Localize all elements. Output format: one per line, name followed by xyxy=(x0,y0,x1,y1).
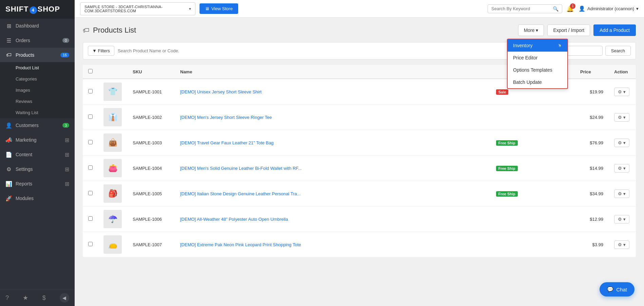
row-name[interactable]: [DEMO] Extreme Pak Neon Pink Leopard Pri… xyxy=(175,232,491,257)
row-price: $12.99 xyxy=(575,206,609,232)
row-action: ⚙ ▾ xyxy=(609,232,636,257)
th-image xyxy=(98,65,127,79)
add-product-button[interactable]: Add a Product xyxy=(593,24,636,36)
row-action-button[interactable]: ⚙ ▾ xyxy=(614,190,629,198)
store-selector[interactable]: SAMPLE STORE - 3DCART-CHRISTIANNA-COM.3D… xyxy=(80,2,195,15)
row-checkbox[interactable] xyxy=(88,191,93,195)
sidebar-item-label: Dashboard xyxy=(16,23,69,29)
row-checkbox-cell xyxy=(83,156,98,181)
free-ship-badge: Free Ship xyxy=(496,166,518,171)
row-action-button[interactable]: ⚙ ▾ xyxy=(614,88,629,96)
row-name[interactable]: [DEMO] Men's Solid Genuine Leather Bi-Fo… xyxy=(175,156,491,181)
chat-label: Chat xyxy=(616,287,627,292)
row-badges: Free Ship xyxy=(491,156,575,181)
view-store-button[interactable]: 🖥 View Store xyxy=(200,3,238,14)
submenu-product-list[interactable]: Product List xyxy=(0,62,75,73)
row-thumb-cell: 👜 xyxy=(98,130,127,156)
table-row: 👔 SAMPLE-1002 [DEMO] Men's Jersey Short … xyxy=(83,105,636,130)
sidebar-item-products[interactable]: 🏷 Products 16 xyxy=(0,48,75,62)
row-action-button[interactable]: ⚙ ▾ xyxy=(614,215,629,223)
brand-badge: 4 xyxy=(30,6,37,14)
view-store-label: View Store xyxy=(211,6,233,11)
topbar: SAMPLE STORE - 3DCART-CHRISTIANNA-COM.3D… xyxy=(75,0,644,18)
row-checkbox-cell xyxy=(83,232,98,257)
sidebar-item-settings[interactable]: ⚙ Settings ⊞ xyxy=(0,162,75,177)
row-checkbox[interactable] xyxy=(88,140,93,144)
sidebar-item-label: Products xyxy=(16,52,60,58)
row-badges xyxy=(491,232,575,257)
more-button[interactable]: More ▾ xyxy=(518,24,544,36)
row-badges xyxy=(491,105,575,130)
dropdown-item-price-editor[interactable]: Price Editor xyxy=(508,52,567,64)
marketing-icon: 📣 xyxy=(5,137,12,143)
table-body: 👕 SAMPLE-1001 [DEMO] Unisex Jersey Short… xyxy=(83,79,636,257)
row-checkbox[interactable] xyxy=(88,242,93,246)
dropdown-item-options-templates[interactable]: Options Templates xyxy=(508,64,567,76)
notification-button[interactable]: 🔔 1 xyxy=(566,5,574,13)
page-title-icon: 🏷 xyxy=(83,26,90,34)
row-name[interactable]: [DEMO] Unisex Jersey Short Sleeve Shirt xyxy=(175,79,491,105)
settings-icon: ⚙ xyxy=(5,166,12,173)
row-action-button[interactable]: ⚙ ▾ xyxy=(614,164,629,173)
favorites-icon[interactable]: ★ xyxy=(23,294,28,302)
user-menu-button[interactable]: 👤 Administrator (ccannon) ▾ xyxy=(579,5,639,12)
row-checkbox[interactable] xyxy=(88,114,93,119)
sidebar-item-label: Settings xyxy=(16,166,65,172)
filters-button[interactable]: ▼ Filters xyxy=(88,46,114,56)
row-price: $24.99 xyxy=(575,105,609,130)
row-thumb-cell: 👕 xyxy=(98,79,127,105)
row-name[interactable]: [DEMO] All-Weather 48" Polyester Auto Op… xyxy=(175,206,491,232)
row-checkbox-cell xyxy=(83,105,98,130)
row-name[interactable]: [DEMO] Italian Stone Design Genuine Leat… xyxy=(175,181,491,206)
sidebar-item-modules[interactable]: 🚀 Modules xyxy=(0,191,75,206)
sidebar-item-content[interactable]: 📄 Content ⊞ xyxy=(0,147,75,162)
sidebar-collapse-button[interactable]: ◀ xyxy=(60,293,69,303)
row-checkbox-cell xyxy=(83,79,98,105)
export-import-button[interactable]: Export / Import xyxy=(547,24,590,36)
row-name[interactable]: [DEMO] Men's Jersey Short Sleeve Ringer … xyxy=(175,105,491,130)
row-checkbox[interactable] xyxy=(88,165,93,170)
product-search-input[interactable] xyxy=(118,48,531,53)
sidebar-item-dashboard[interactable]: ⊞ Dashboard xyxy=(0,19,75,33)
row-name[interactable]: [DEMO] Travel Gear Faux Leather 21" Tote… xyxy=(175,130,491,156)
row-action-button[interactable]: ⚙ ▾ xyxy=(614,113,629,122)
submenu-categories[interactable]: Categories xyxy=(0,73,75,85)
row-action-button[interactable]: ⚙ ▾ xyxy=(614,240,629,249)
price-editor-label: Price Editor xyxy=(513,55,537,60)
chat-button[interactable]: 💬 Chat xyxy=(600,282,634,296)
row-thumb-cell: 🎒 xyxy=(98,181,127,206)
sale-badge: Sale xyxy=(496,89,509,95)
th-checkbox xyxy=(83,65,98,79)
th-name: Name xyxy=(175,65,491,79)
billing-icon[interactable]: $ xyxy=(42,294,46,302)
row-action-button[interactable]: ⚙ ▾ xyxy=(614,139,629,147)
sidebar-item-reports[interactable]: 📊 Reports ⊞ xyxy=(0,177,75,191)
submenu-reviews[interactable]: Reviews xyxy=(0,96,75,107)
dropdown-item-batch-update[interactable]: Batch Update xyxy=(508,76,567,88)
product-image: 👕 xyxy=(103,83,122,101)
row-sku: SAMPLE-1001 xyxy=(127,79,175,105)
sidebar-item-marketing[interactable]: 📣 Marketing ⊞ xyxy=(0,133,75,147)
dropdown-item-inventory[interactable]: Inventory 🖱 xyxy=(508,39,567,52)
row-checkbox[interactable] xyxy=(88,89,93,93)
product-image: 👛 xyxy=(103,159,122,177)
keyword-search[interactable]: 🔍 xyxy=(488,4,562,13)
select-all-checkbox[interactable] xyxy=(88,69,93,73)
row-action: ⚙ ▾ xyxy=(609,156,636,181)
row-price: $76.99 xyxy=(575,130,609,156)
sidebar-item-customers[interactable]: 👤 Customers 3 xyxy=(0,118,75,133)
submenu-images[interactable]: Images xyxy=(0,85,75,96)
user-dropdown-icon: ▾ xyxy=(636,6,639,11)
sidebar-item-label: Orders xyxy=(16,38,62,43)
help-icon[interactable]: ? xyxy=(5,294,9,302)
row-action: ⚙ ▾ xyxy=(609,130,636,156)
sidebar-item-orders[interactable]: ☰ Orders 0 xyxy=(0,33,75,48)
brand-part1: SHIFT xyxy=(5,5,29,13)
row-badges: Free Ship xyxy=(491,181,575,206)
row-checkbox[interactable] xyxy=(88,216,93,221)
keyword-search-input[interactable] xyxy=(491,6,553,11)
row-checkbox-cell xyxy=(83,130,98,156)
search-button[interactable]: Search xyxy=(605,46,631,56)
row-price: $3.99 xyxy=(575,232,609,257)
submenu-waiting-list[interactable]: Waiting List xyxy=(0,107,75,118)
